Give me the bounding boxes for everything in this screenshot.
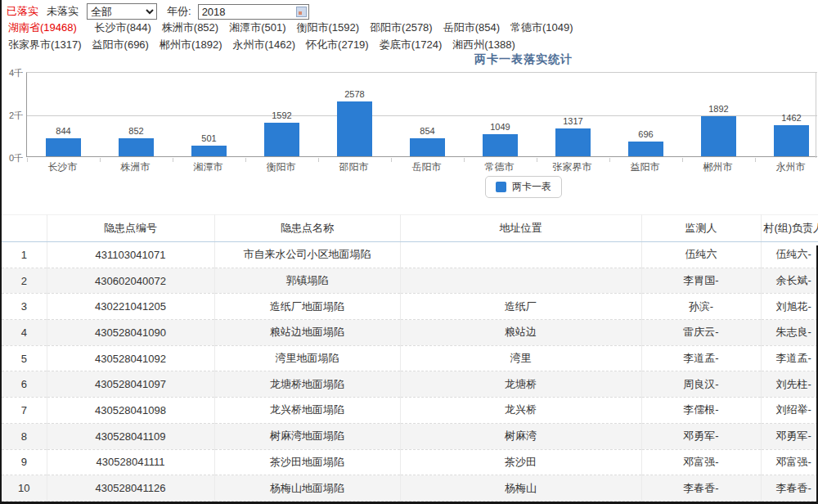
city-link[interactable]: 永州市(1462) [233,38,296,51]
city-link[interactable]: 衡阳市(1592) [297,21,360,34]
table-header-cell [2,215,47,242]
bar[interactable] [191,146,227,156]
table-cell-monitor: 孙滨- [641,294,761,320]
city-link[interactable]: 株洲市(852) [162,21,218,34]
legend-label: 两卡一表 [512,180,551,194]
filter-bar: 已落实 未落实 全部 年份: [7,2,309,20]
bar[interactable] [774,125,809,156]
city-link[interactable]: 怀化市(2719) [306,38,369,51]
table-row[interactable]: 9430528041111茶沙田地面塌陷茶沙田邓富强-邓富强- [2,449,818,475]
table-cell-index: 10 [2,475,47,502]
bar[interactable] [410,138,445,156]
table-cell-monitor: 李道孟- [641,345,761,371]
y-axis-tick-label: 4千 [2,67,23,79]
table-cell-village: 刘旭花- [761,294,818,320]
city-link[interactable]: 娄底市(1724) [380,38,443,51]
table-cell-index: 8 [2,423,47,449]
table-cell-address: 湾里 [400,345,641,371]
table-row[interactable]: 7430528041098龙兴桥地面塌陷龙兴桥李儒根-刘绍举- [2,398,818,424]
region-links: 湖南省(19468) 长沙市(844)株洲市(852)湘潭市(501)衡阳市(1… [8,20,814,54]
table-cell-village: 刘先柱- [761,371,818,398]
table-cell-name: 杨梅山地面塌陷 [214,475,400,502]
table-cell-id: 430221041205 [47,294,214,320]
table-header-cell: 隐患点编号 [47,215,214,242]
table-row[interactable]: 3430221041205造纸厂地面塌陷造纸厂孙滨-刘旭花- [2,294,818,320]
table-cell-name: 茶沙田地面塌陷 [214,449,400,475]
legend-item[interactable]: 两卡一表 [485,176,562,198]
bar[interactable] [555,128,591,156]
bar[interactable] [46,138,81,156]
bar-slot: 696 [609,73,682,156]
x-axis-category-label: 邵阳市 [317,160,390,174]
table-row[interactable]: 1431103041071市自来水公司小区地面塌陷伍纯六伍纯六- [2,242,818,268]
x-axis-category-label: 湘潭市 [172,160,245,174]
city-link[interactable]: 郴州市(1892) [160,38,222,51]
table-row[interactable]: 10430528041126杨梅山地面塌陷杨梅山李春香-李春香- [2,475,818,502]
table-cell-village: 李道孟- [761,345,818,371]
table-cell-address: 龙塘桥 [400,371,641,398]
bar-value-label: 852 [128,126,143,136]
table-cell-name: 龙塘桥地面塌陷 [214,371,400,398]
x-axis-category-label: 永州市 [754,160,817,174]
bar-slot: 1892 [682,73,755,156]
x-axis-category-label: 株洲市 [99,160,172,174]
tab-implemented[interactable]: 已落实 [7,4,38,19]
bar-slot: 852 [100,73,173,156]
bar-value-label: 2578 [344,89,364,99]
calendar-icon[interactable] [296,7,307,17]
tab-not-implemented[interactable]: 未落实 [47,4,79,19]
bar[interactable] [337,101,372,156]
bar[interactable] [701,116,736,156]
table-header-cell: 村(组)负责人 [761,215,818,242]
city-link[interactable]: 长沙市(844) [94,21,151,34]
table-cell-address [400,268,641,294]
x-axis-category-label: 益阳市 [609,160,681,174]
table-cell-index: 6 [2,371,47,398]
city-link[interactable]: 邵阳市(2578) [370,21,433,34]
city-link[interactable]: 湘潭市(501) [229,21,285,34]
city-link[interactable]: 张家界市(1317) [8,38,82,51]
table-cell-address: 粮站边 [400,320,641,346]
y-axis-tick-label: 0千 [2,152,23,164]
bar-value-label: 1317 [563,116,582,126]
table-cell-name: 造纸厂地面塌陷 [214,294,400,320]
table-cell-monitor: 邓勇军- [641,423,761,449]
city-link[interactable]: 湘西州(1388) [452,38,515,51]
table-cell-index: 7 [2,398,47,424]
x-axis-category-label: 长沙市 [26,160,99,174]
bar[interactable] [628,142,663,156]
y-axis-tick-label: 2千 [2,110,23,122]
city-link[interactable]: 岳阳市(854) [443,21,500,34]
bar[interactable] [483,134,518,156]
table-row[interactable]: 6430528041097龙塘桥地面塌陷龙塘桥周良汉-刘先柱- [2,371,818,398]
year-label: 年份: [167,4,191,19]
region-filter-select[interactable]: 全部 [87,3,157,20]
year-input[interactable] [198,4,309,20]
city-link[interactable]: 常德市(1049) [510,21,573,34]
table-cell-index: 2 [2,268,47,294]
bar-slot: 501 [173,73,245,156]
table-row[interactable]: 2430602040072郭镇塌陷李胃国-余长斌- [2,268,818,294]
table-cell-id: 430602040072 [47,268,214,294]
hazard-table-viewport: 隐患点编号隐患点名称地址位置监测人村(组)负责人 1431103041071市自… [2,214,818,502]
table-header-row: 隐患点编号隐患点名称地址位置监测人村(组)负责人 [2,215,818,242]
bar[interactable] [119,138,154,156]
table-row[interactable]: 4430528041090粮站边地面塌陷粮站边雷庆云-朱志良- [2,320,818,346]
table-row[interactable]: 8430528041109树麻湾地面塌陷树麻湾邓勇军-邓勇军- [2,423,818,449]
table-cell-monitor: 李春香- [641,475,761,502]
table-cell-village: 邓勇军- [761,423,818,449]
bar-slot: 1049 [464,73,537,156]
table-cell-name: 湾里地面塌陷 [214,345,400,371]
table-cell-id: 430528041098 [47,398,214,424]
bar-value-label: 696 [638,129,653,139]
x-axis-category-label: 岳阳市 [390,160,463,174]
x-axis-category-label: 张家界市 [536,160,609,174]
chart-viewport: 两卡一表落实统计 8448525011592257885410491317696… [2,51,817,205]
table-cell-id: 430528041126 [47,475,214,502]
bar[interactable] [264,123,299,156]
city-link[interactable]: 益阳市(696) [92,38,149,51]
legend-swatch-icon [496,182,506,192]
province-link[interactable]: 湖南省(19468) [8,21,77,34]
table-row[interactable]: 5430528041092湾里地面塌陷湾里李道孟-李道孟- [2,345,818,371]
table-header-cell: 地址位置 [400,215,641,242]
